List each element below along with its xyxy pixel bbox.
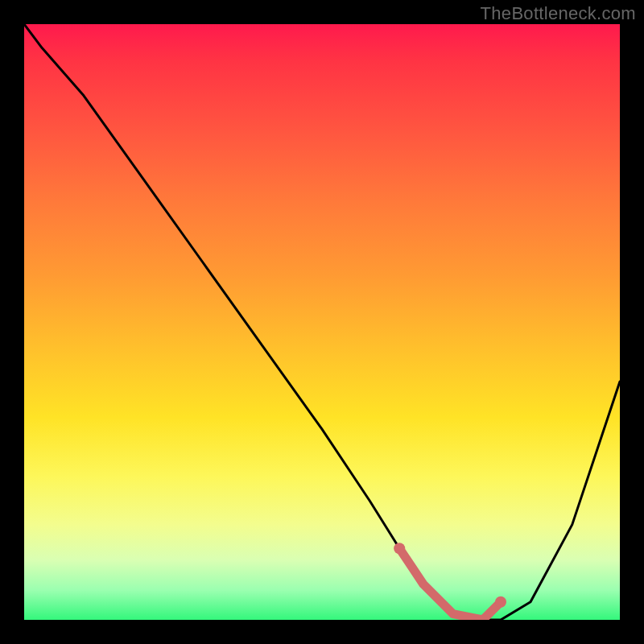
curve-layer xyxy=(24,24,620,620)
watermark-text: TheBottleneck.com xyxy=(481,3,636,24)
optimal-zone-dots xyxy=(394,543,506,608)
optimal-zone-path xyxy=(399,548,501,620)
chart-frame: TheBottleneck.com xyxy=(0,0,644,644)
plot-area xyxy=(24,24,620,620)
optimal-zone-endpoint xyxy=(495,597,506,608)
bottleneck-curve-path xyxy=(24,24,620,620)
optimal-zone-endpoint xyxy=(394,543,405,554)
